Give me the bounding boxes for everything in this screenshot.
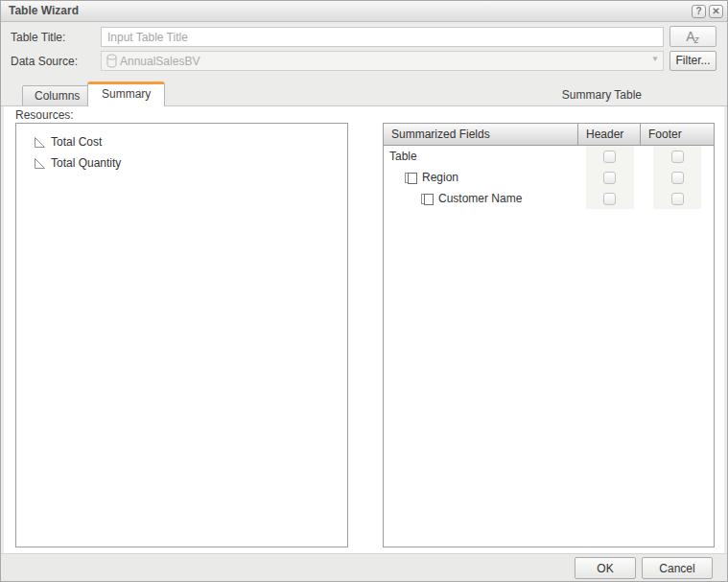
ok-button[interactable]: OK <box>575 557 636 579</box>
row-name: Customer Name <box>384 188 578 209</box>
column-header-summarized-fields[interactable]: Summarized Fields <box>384 124 578 146</box>
title-bar: Table Wizard ? ✕ <box>1 1 727 22</box>
table-row[interactable]: Region <box>384 167 714 188</box>
data-source-dropdown[interactable]: AnnualSalesBV ▼ <box>101 51 664 71</box>
summarized-fields-panel: Summarized Fields Header Footer Table <box>383 123 715 547</box>
font-style-button[interactable]: Az <box>669 26 716 47</box>
summary-field-icon <box>33 135 47 150</box>
tab-strip: Columns Summary Summary Table <box>1 81 727 106</box>
resource-item-total-quantity[interactable]: Total Quantity <box>16 152 347 174</box>
close-icon[interactable]: ✕ <box>709 5 723 18</box>
table-title-input[interactable] <box>101 27 664 47</box>
summary-field-icon <box>33 156 47 171</box>
cancel-button[interactable]: Cancel <box>642 557 713 579</box>
resource-item-label: Total Cost <box>51 135 102 149</box>
footer-checkbox[interactable] <box>671 151 684 163</box>
table-title-label: Table Title: <box>11 31 65 44</box>
resources-panel: Total Cost Total Quantity <box>15 123 348 547</box>
row-name: Table <box>384 146 578 167</box>
footer-checkbox[interactable] <box>671 193 684 205</box>
summary-tab-page: Resources: Total Cost Total Quantity Sum… <box>4 106 724 555</box>
column-header-header[interactable]: Header <box>578 124 641 146</box>
table-row[interactable]: Table <box>384 146 714 167</box>
table-wizard-dialog: Table Wizard ? ✕ Table Title: Az Data So… <box>0 0 728 582</box>
column-header-footer[interactable]: Footer <box>641 124 714 146</box>
summary-table-header: Summarized Fields Header Footer <box>384 124 714 146</box>
group-field-icon <box>420 192 434 206</box>
help-icon[interactable]: ? <box>692 5 706 18</box>
database-icon <box>106 54 118 68</box>
header-checkbox[interactable] <box>603 172 616 184</box>
data-source-label: Data Source: <box>11 55 78 68</box>
tab-summary[interactable]: Summary <box>87 81 165 106</box>
tab-caption: Summary Table <box>562 88 642 102</box>
data-source-value: AnnualSalesBV <box>120 55 200 68</box>
tab-columns[interactable]: Columns <box>22 85 92 105</box>
dialog-title: Table Wizard <box>9 4 79 17</box>
filter-button[interactable]: Filter... <box>669 51 716 71</box>
resource-item-total-cost[interactable]: Total Cost <box>16 131 347 152</box>
chevron-down-icon[interactable]: ▼ <box>651 55 659 63</box>
header-checkbox[interactable] <box>603 193 616 205</box>
dialog-footer: OK Cancel <box>1 553 727 581</box>
header-checkbox[interactable] <box>603 151 616 163</box>
row-name: Region <box>384 167 578 188</box>
resources-label: Resources: <box>15 108 74 122</box>
table-row[interactable]: Customer Name <box>384 188 714 209</box>
footer-checkbox[interactable] <box>671 172 684 184</box>
group-field-icon <box>404 171 418 185</box>
resource-item-label: Total Quantity <box>51 156 121 170</box>
